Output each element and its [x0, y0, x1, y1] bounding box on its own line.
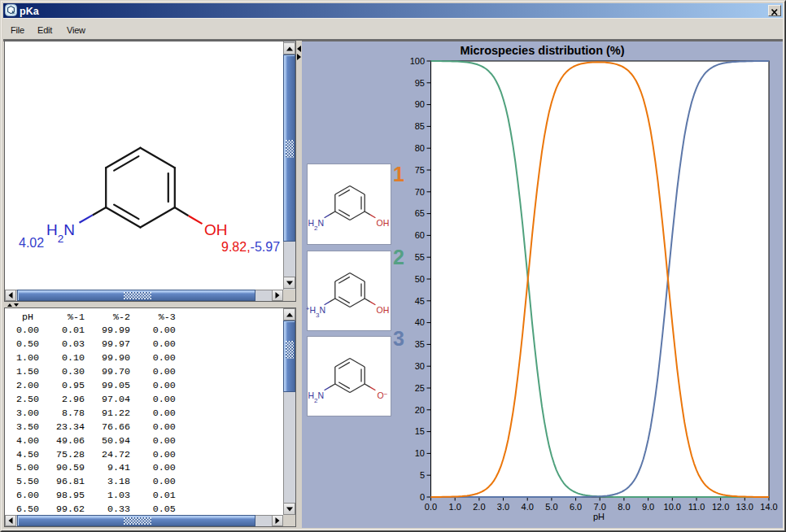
svg-text:95: 95 [415, 78, 425, 88]
svg-text:70: 70 [415, 187, 425, 197]
svg-text:30: 30 [415, 361, 425, 371]
svg-text:45: 45 [415, 296, 425, 306]
svg-text:H2N: H2N [46, 221, 75, 245]
svg-text:75: 75 [415, 165, 425, 175]
svg-text:80: 80 [415, 143, 425, 153]
svg-text:OH: OH [377, 218, 390, 228]
svg-text:9.0: 9.0 [642, 502, 654, 512]
svg-text:35: 35 [415, 339, 425, 349]
svg-text:14.0: 14.0 [760, 502, 777, 512]
svg-text:7.0: 7.0 [594, 502, 606, 512]
svg-text:55: 55 [415, 252, 425, 262]
svg-text:OH: OH [204, 221, 228, 238]
svg-text:5: 5 [420, 470, 425, 480]
svg-text:OH: OH [377, 305, 390, 315]
svg-text:1.0: 1.0 [449, 502, 461, 512]
svg-text:10: 10 [415, 448, 425, 458]
svg-text:90: 90 [415, 99, 425, 109]
svg-text:pH: pH [593, 512, 605, 521]
svg-text:3.0: 3.0 [497, 502, 509, 512]
svg-text:8.0: 8.0 [618, 502, 630, 512]
svg-text:5.0: 5.0 [545, 502, 557, 512]
svg-text:4.02: 4.02 [19, 236, 44, 250]
svg-text:25: 25 [415, 383, 425, 393]
svg-text:13.0: 13.0 [736, 502, 753, 512]
svg-text:100: 100 [410, 56, 425, 66]
svg-text:12.0: 12.0 [712, 502, 729, 512]
svg-text:20: 20 [415, 405, 425, 415]
svg-text:2.0: 2.0 [473, 502, 485, 512]
svg-text:4.0: 4.0 [522, 502, 534, 512]
svg-text:0: 0 [420, 492, 425, 502]
svg-text:40: 40 [415, 317, 425, 327]
svg-text:15: 15 [415, 426, 425, 436]
svg-text:0.0: 0.0 [425, 502, 437, 512]
svg-text:6.0: 6.0 [570, 502, 582, 512]
svg-text:11.0: 11.0 [688, 502, 705, 512]
svg-text:85: 85 [415, 121, 425, 131]
svg-text:50: 50 [415, 274, 425, 284]
svg-text:65: 65 [415, 208, 425, 218]
svg-text:9.82,-5.97: 9.82,-5.97 [221, 240, 280, 254]
svg-text:60: 60 [415, 230, 425, 240]
svg-text:10.0: 10.0 [664, 502, 681, 512]
